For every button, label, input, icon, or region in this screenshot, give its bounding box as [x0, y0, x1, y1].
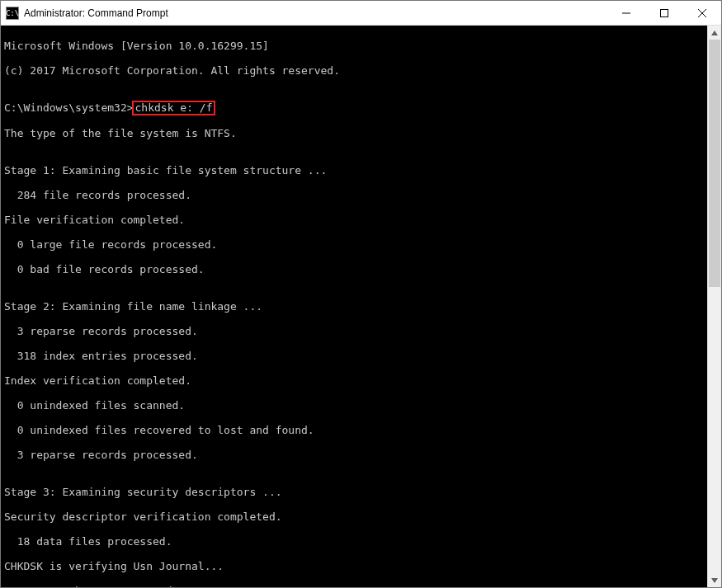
- output-line: File verification completed.: [4, 214, 704, 226]
- vertical-scrollbar[interactable]: [707, 26, 721, 587]
- output-line: 0 unindexed files recovered to lost and …: [4, 424, 704, 436]
- output-line: Stage 1: Examining basic file system str…: [4, 164, 704, 176]
- client-area: Microsoft Windows [Version 10.0.16299.15…: [1, 26, 721, 587]
- output-line: 1056 USN bytes processed.: [4, 585, 704, 587]
- output-line: 0 large file records processed.: [4, 238, 704, 251]
- svg-rect-1: [661, 9, 668, 16]
- output-line: 284 file records processed.: [4, 189, 704, 201]
- command-text: chkdsk e: /f: [135, 101, 213, 114]
- window-frame: C:\ Administrator: Command Prompt Micros…: [0, 0, 722, 588]
- output-line: 0 bad file records processed.: [4, 263, 704, 275]
- output-line: 0 unindexed files scanned.: [4, 399, 704, 412]
- output-line: 318 index entries processed.: [4, 350, 704, 362]
- output-line: Microsoft Windows [Version 10.0.16299.15…: [4, 40, 704, 52]
- titlebar[interactable]: C:\ Administrator: Command Prompt: [1, 1, 721, 26]
- scroll-down-arrow-icon[interactable]: [708, 573, 721, 587]
- output-line: Stage 2: Examining file name linkage ...: [4, 300, 704, 313]
- scroll-up-arrow-icon[interactable]: [708, 26, 721, 40]
- close-button[interactable]: [683, 1, 721, 26]
- window-title: Administrator: Command Prompt: [24, 7, 168, 19]
- svg-marker-4: [711, 31, 718, 35]
- minimize-icon: [622, 9, 630, 17]
- output-line: (c) 2017 Microsoft Corporation. All righ…: [4, 64, 704, 77]
- output-line: Stage 3: Examining security descriptors …: [4, 486, 704, 498]
- output-line: The type of the file system is NTFS.: [4, 127, 704, 139]
- close-icon: [698, 9, 706, 17]
- output-line: 3 reparse records processed.: [4, 325, 704, 337]
- minimize-button[interactable]: [607, 1, 645, 26]
- prompt-line: C:\Windows\system32>chkdsk e: /f: [4, 101, 704, 115]
- output-line: Index verification completed.: [4, 374, 704, 387]
- output-line: CHKDSK is verifying Usn Journal...: [4, 560, 704, 572]
- maximize-icon: [660, 9, 668, 17]
- prompt-prefix: C:\Windows\system32>: [4, 101, 134, 114]
- output-line: Security descriptor verification complet…: [4, 510, 704, 523]
- maximize-button[interactable]: [645, 1, 683, 26]
- svg-marker-5: [711, 578, 718, 583]
- output-line: 18 data files processed.: [4, 535, 704, 548]
- cmd-icon: C:\: [6, 7, 19, 20]
- output-line: 3 reparse records processed.: [4, 449, 704, 461]
- terminal-output[interactable]: Microsoft Windows [Version 10.0.16299.15…: [1, 26, 707, 587]
- scroll-track[interactable]: [708, 40, 721, 573]
- command-highlight: chkdsk e: /f: [132, 101, 216, 115]
- scroll-thumb[interactable]: [709, 40, 720, 287]
